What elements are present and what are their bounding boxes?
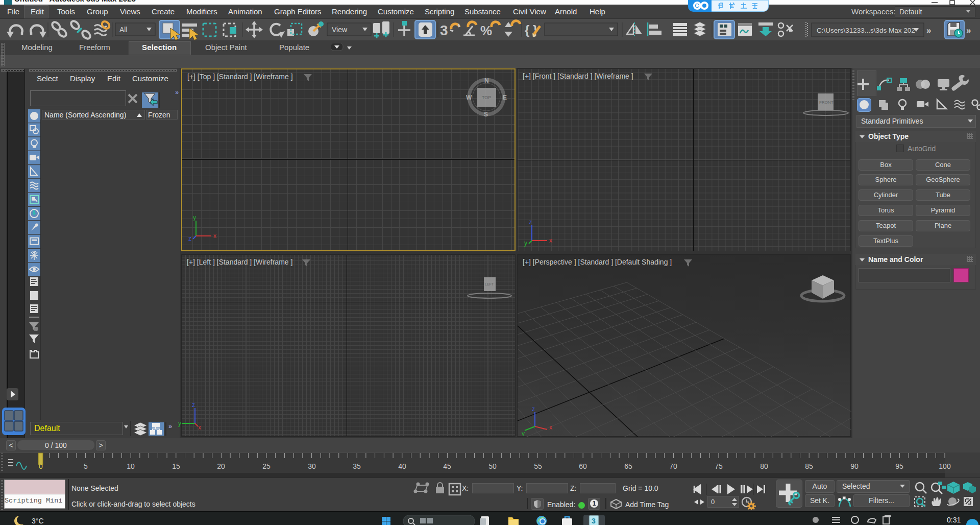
svg-text:80: 80	[760, 462, 768, 470]
svg-text:FRONT: FRONT	[819, 100, 834, 105]
svg-text:90: 90	[850, 462, 859, 470]
svg-text:View: View	[332, 26, 348, 34]
svg-text:y: y	[524, 240, 527, 247]
svg-text:100: 100	[939, 462, 951, 470]
svg-text:E: E	[503, 94, 507, 101]
svg-text:z: z	[188, 235, 191, 242]
svg-text:45: 45	[443, 462, 451, 470]
svg-text:35: 35	[353, 462, 361, 470]
svg-text:65: 65	[624, 462, 632, 470]
svg-text:x: x	[198, 424, 201, 431]
svg-text:15: 15	[172, 462, 180, 470]
svg-text:LEFT: LEFT	[485, 282, 494, 286]
svg-text:20: 20	[217, 462, 225, 470]
svg-text:y: y	[178, 420, 181, 427]
svg-text:3: 3	[592, 517, 596, 525]
svg-text:C:\Users\31233...s\3ds Max 202: C:\Users\31233...s\3ds Max 202	[817, 27, 915, 34]
svg-text:5: 5	[84, 462, 88, 470]
svg-text:x: x	[549, 237, 552, 244]
svg-text:S: S	[484, 111, 488, 117]
svg-text:85: 85	[805, 462, 813, 470]
svg-text:x: x	[549, 424, 552, 431]
svg-text:»: »	[926, 26, 931, 35]
svg-text:40: 40	[398, 462, 406, 470]
svg-text:y: y	[193, 214, 196, 221]
svg-text:y: y	[522, 430, 525, 436]
svg-text:60: 60	[579, 462, 587, 470]
svg-text:70: 70	[669, 462, 677, 470]
svg-text:W: W	[466, 94, 472, 101]
svg-text:75: 75	[715, 462, 723, 470]
svg-text:N: N	[484, 77, 489, 84]
svg-text:0: 0	[39, 462, 43, 470]
svg-text:10: 10	[127, 462, 135, 470]
svg-text:»: »	[966, 26, 971, 35]
svg-text:All: All	[119, 26, 128, 34]
svg-text:z: z	[192, 401, 195, 409]
svg-text:z: z	[532, 405, 535, 413]
svg-text:55: 55	[534, 462, 542, 470]
svg-text:z: z	[529, 219, 532, 226]
svg-text:95: 95	[895, 462, 903, 470]
svg-text:3: 3	[440, 22, 448, 38]
svg-text:»: »	[168, 422, 172, 430]
svg-text:TOP: TOP	[482, 95, 491, 100]
svg-text:50: 50	[488, 462, 497, 470]
svg-text:30: 30	[308, 462, 316, 470]
svg-text:x: x	[213, 232, 216, 240]
svg-text:25: 25	[262, 462, 271, 470]
